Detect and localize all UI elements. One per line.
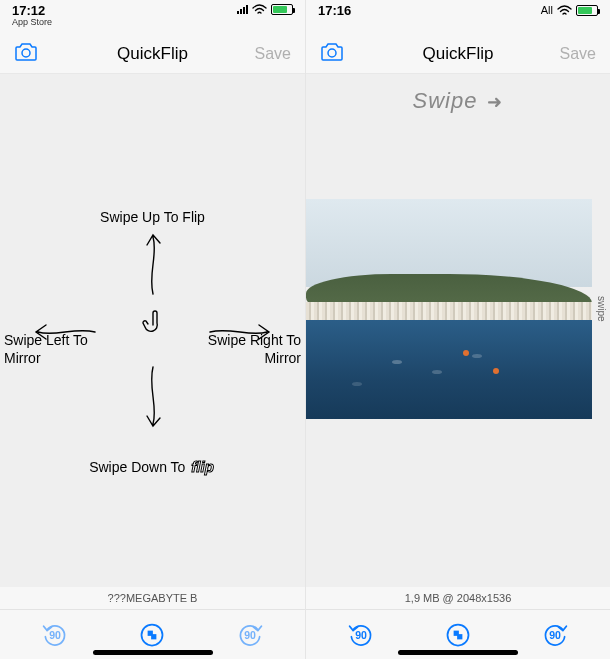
status-time: 17:12 [12,4,52,17]
finger-icon [139,309,167,343]
home-indicator[interactable] [398,650,518,655]
camera-icon [14,42,38,62]
image-info: 1,9 MB @ 2048x1536 [306,587,610,609]
svg-point-0 [22,49,30,57]
rotate-cw-icon: 90 [236,621,264,649]
screen-photo: 17:16 All QuickFlip Save Swipe➜ ↑ [305,0,610,659]
wifi-icon [252,4,267,15]
rotate-cw-button[interactable]: 90 [531,617,579,653]
rotate-ccw-button[interactable]: 90 [337,617,385,653]
camera-icon [320,42,344,62]
swipe-hint-top: Swipe➜ [306,88,610,114]
hint-swipe-up: Swipe Up To Flip [0,209,305,227]
screen-instructions: 17:12 App Store QuickFlip Save Swipe Up … [0,0,305,659]
arrow-right-icon: ➜ [487,92,503,112]
image-info: ???MEGABYTE B [0,587,305,609]
hint-down-flip: flip [189,458,216,477]
status-back-app[interactable]: App Store [12,18,52,27]
swipe-hint-side: ↑ swipe ↓ [592,199,610,419]
svg-text:90: 90 [355,629,367,641]
loaded-photo[interactable] [306,199,592,419]
svg-text:90: 90 [244,629,256,641]
rotate-ccw-button[interactable]: 90 [31,617,79,653]
status-time: 17:16 [318,4,351,17]
battery-icon [271,4,293,15]
share-button[interactable] [434,617,482,653]
swipe-side-label: swipe [596,296,607,322]
svg-rect-4 [152,634,157,639]
cell-signal-icon [237,5,248,14]
share-icon [138,621,166,649]
rotate-cw-icon: 90 [541,621,569,649]
canvas-area[interactable]: Swipe➜ ↑ swipe ↓ [306,74,610,587]
svg-rect-10 [457,634,462,639]
arrow-up-icon [138,229,168,299]
svg-point-6 [328,49,336,57]
svg-text:90: 90 [549,629,561,641]
hint-swipe-down: Swipe Down To flip [0,458,305,477]
canvas-area[interactable]: Swipe Up To Flip Swipe Left To Mirror Sw… [0,74,305,587]
arrow-right-icon [205,319,275,345]
rotate-ccw-icon: 90 [41,621,69,649]
status-bar: 17:16 All [306,0,610,34]
arrow-down-icon [138,362,168,432]
camera-button[interactable] [14,42,38,66]
home-indicator[interactable] [93,650,213,655]
share-icon [444,621,472,649]
arrow-left-icon [30,319,100,345]
nav-bar: QuickFlip Save [306,34,610,74]
status-carrier: All [541,4,553,16]
save-button[interactable]: Save [255,45,291,63]
swipe-hint-label: Swipe [413,88,478,113]
nav-bar: QuickFlip Save [0,34,305,74]
camera-button[interactable] [320,42,344,66]
rotate-cw-button[interactable]: 90 [226,617,274,653]
share-button[interactable] [128,617,176,653]
wifi-icon [557,5,572,16]
svg-text:90: 90 [49,629,61,641]
status-bar: 17:12 App Store [0,0,305,34]
hint-down-prefix: Swipe Down To [89,459,189,475]
save-button[interactable]: Save [560,45,596,63]
rotate-ccw-icon: 90 [347,621,375,649]
battery-icon [576,5,598,16]
